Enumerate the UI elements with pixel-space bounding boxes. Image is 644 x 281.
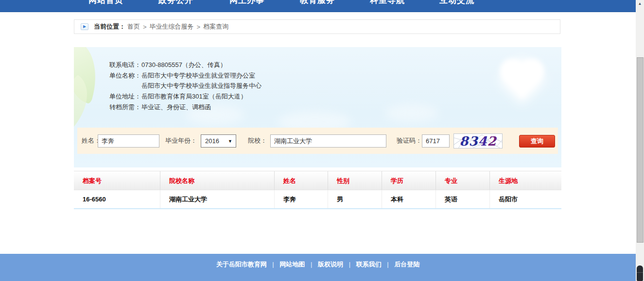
info-line-address: 单位地址： 岳阳市教育体育局301室（岳阳大道） (109, 91, 261, 102)
column-header-origin: 生源地 (490, 171, 561, 190)
cell-degree: 本科 (382, 190, 436, 208)
table-header-row: 档案号 院校名称 姓名 性别 学历 专业 生源地 (74, 171, 561, 190)
cell-name: 李奔 (275, 190, 328, 208)
nav-item-home[interactable]: 网站首页 (77, 0, 135, 5)
column-header-archive-no: 档案号 (74, 171, 160, 190)
column-header-college: 院校名称 (160, 171, 275, 190)
table-row: 16-6560 湖南工业大学 李奔 男 本科 英语 岳阳市 (74, 190, 561, 209)
nav-item-edu[interactable]: 教育服务 (288, 0, 347, 5)
captcha-image[interactable]: 8 3 4 2 (453, 133, 503, 149)
cell-gender: 男 (328, 190, 382, 208)
scroll-up-button[interactable]: ▲ (636, 0, 644, 8)
cloud-icon (385, 104, 438, 122)
cell-archive-no: 16-6560 (74, 190, 160, 208)
footer-separator: | (272, 261, 274, 268)
footer-link-sitemap[interactable]: 网站地图 (279, 261, 305, 268)
breadcrumb-separator: > (197, 23, 201, 31)
college-input[interactable] (270, 134, 386, 148)
play-icon: ▶ (81, 23, 88, 30)
nav-item-online[interactable]: 网上办事 (218, 0, 276, 5)
nav-item-interact[interactable]: 互动交流 (428, 0, 486, 5)
captcha-input[interactable] (422, 134, 450, 148)
breadcrumb-current: 档案查询 (203, 22, 228, 31)
results-table: 档案号 院校名称 姓名 性别 学历 专业 生源地 16-6560 湖南工业大学 … (74, 171, 561, 209)
footer-link-contact[interactable]: 联系我们 (356, 261, 382, 268)
footer: 关于岳阳市教育网 | 网站地图 | 版权说明 | 联系我们 | 后台登陆 (0, 254, 636, 281)
top-navbar: 网站首页 政务公开 网上办事 教育服务 科室导航 互动交流 (0, 0, 636, 12)
column-header-gender: 性别 (328, 171, 382, 190)
search-form: 姓名： 毕业年份： 2016 ▼ 院校： 验证码： 8 3 4 (77, 128, 558, 154)
captcha-text: 8 3 4 2 (454, 134, 502, 148)
year-label: 毕业年份： (165, 128, 197, 154)
column-header-major: 专业 (436, 171, 490, 190)
heart-cloud-icon (504, 62, 540, 99)
footer-link-copyright[interactable]: 版权说明 (318, 261, 343, 268)
footer-separator: | (311, 261, 312, 268)
cell-origin: 岳阳市 (490, 190, 561, 208)
column-header-degree: 学历 (382, 171, 436, 190)
contact-info: 联系电话： 0730-8805557（办公、传真） 单位名称： 岳阳市大中专学校… (109, 60, 261, 113)
footer-link-about[interactable]: 关于岳阳市教育网 (216, 261, 267, 268)
info-line-phone: 联系电话： 0730-8805557（办公、传真） (109, 60, 261, 70)
info-panel: 联系电话： 0730-8805557（办公、传真） 单位名称： 岳阳市大中专学校… (74, 47, 561, 167)
captcha-label: 验证码： (397, 128, 422, 154)
scroll-down-button[interactable] (637, 265, 643, 281)
breadcrumb: ▶ 当前位置： 首页 > 毕业生综合服务 > 档案查询 (74, 19, 560, 34)
breadcrumb-link-graduate-services[interactable]: 毕业生综合服务 (150, 22, 194, 31)
cell-major: 英语 (436, 190, 490, 208)
column-header-name: 姓名 (275, 171, 328, 190)
footer-link-admin-login[interactable]: 后台登陆 (394, 261, 419, 268)
nav-item-gov[interactable]: 政务公开 (147, 0, 205, 5)
page: 网站首页 政务公开 网上办事 教育服务 科室导航 互动交流 ▶ 当前位置： 首页… (0, 0, 644, 281)
chevron-down-icon: ▼ (228, 139, 232, 144)
cell-college: 湖南工业大学 (160, 190, 275, 208)
breadcrumb-link-home[interactable]: 首页 (127, 22, 140, 31)
breadcrumb-separator: > (143, 23, 147, 31)
footer-separator: | (349, 261, 350, 268)
breadcrumb-label: 当前位置： (94, 22, 125, 31)
nav-item-dept[interactable]: 科室导航 (358, 0, 417, 5)
query-button[interactable]: 查询 (519, 135, 555, 148)
name-input[interactable] (98, 134, 159, 148)
college-label: 院校： (248, 128, 267, 154)
info-line-transfer-docs: 转档所需： 毕业证、身份证、调档函 (109, 102, 261, 113)
scrollbar-thumb[interactable] (637, 57, 644, 243)
info-line-unit-name-2: 岳阳市大中专学校毕业生就业指导服务中心 (109, 81, 261, 91)
footer-separator: | (387, 261, 388, 268)
info-line-unit-name: 单位名称： 岳阳市大中专学校毕业生就业管理办公室 (109, 70, 261, 81)
year-select[interactable]: 2016 ▼ (201, 134, 236, 148)
